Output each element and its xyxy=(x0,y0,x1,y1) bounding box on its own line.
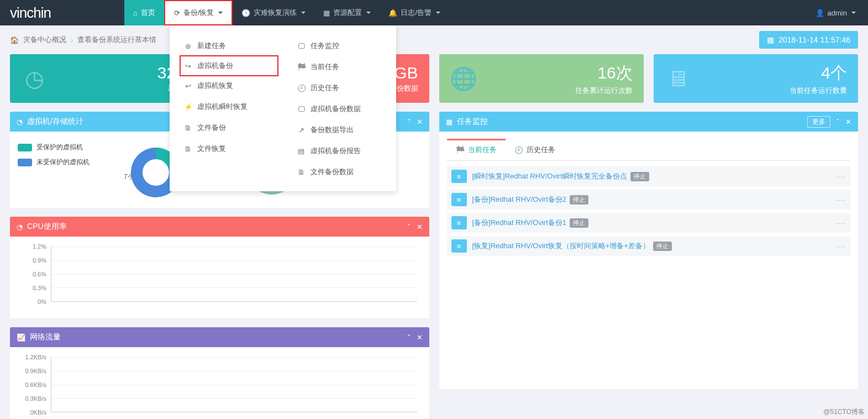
task-progress: ---- xyxy=(835,196,846,203)
dd-item-icon: ↗ xyxy=(297,126,305,134)
y-tick: 0KB/s xyxy=(30,409,46,416)
task-progress: ---- xyxy=(835,173,846,180)
card-running-tasks[interactable]: 🖥 4个 当前任务运行数量 xyxy=(654,54,858,103)
dropdown-item[interactable]: 🖵任务监控 xyxy=(283,35,396,56)
y-tick: 0.6% xyxy=(33,271,46,277)
dropdown-item[interactable]: 🕘历史任务 xyxy=(283,77,396,98)
y-tick: 0.3% xyxy=(33,285,46,291)
close-icon[interactable]: ✕ xyxy=(417,223,423,231)
collapse-icon[interactable]: ˅ xyxy=(407,333,411,342)
panel-title: CPU使用率 xyxy=(27,222,67,232)
nav-items: ⌂ 首页 ⟳ 备份/恢复 🕓 灾难恢复演练 ▦ 资源配置 🔔 日志/告警 xyxy=(124,0,449,25)
dd-item-label: 历史任务 xyxy=(311,83,339,93)
dropdown-item[interactable]: 🗎文件恢复 xyxy=(170,138,283,159)
tab-current[interactable]: 🏁 当前任务 xyxy=(447,139,506,160)
nav-resource[interactable]: ▦ 资源配置 xyxy=(314,0,380,25)
stat-cards: ◷ 321.9/ 系统累计运 🗄 0GB 份数据 🌐 16次 任务累计运行次数 … xyxy=(10,54,858,103)
nav-home[interactable]: ⌂ 首页 xyxy=(124,0,164,25)
close-icon[interactable]: ✕ xyxy=(417,118,423,126)
nav-log-label: 日志/告警 xyxy=(401,8,432,18)
chart-icon: 📈 xyxy=(17,333,25,342)
task-row[interactable]: ≡[瞬时恢复]Redhat RHV/Ovirt瞬时恢复完全备份点停止---- xyxy=(447,166,851,186)
svg-point-1 xyxy=(143,159,169,186)
crumb-sep: › xyxy=(71,36,73,44)
task-row[interactable]: ≡[备份]Redhat RHV/Ovirt备份1停止---- xyxy=(447,213,851,233)
task-progress: ---- xyxy=(835,219,846,226)
more-button[interactable]: 更多 xyxy=(807,116,830,128)
chevron-down-icon xyxy=(218,12,223,14)
nav-dr-label: 灾难恢复演练 xyxy=(254,8,297,18)
tab-label: 历史任务 xyxy=(527,145,555,155)
dashboard-icon: 🏁 xyxy=(456,146,465,154)
dropdown-item[interactable]: ↪虚拟机备份 xyxy=(180,55,278,76)
task-name[interactable]: [瞬时恢复]Redhat RHV/Ovirt瞬时恢复完全备份点 xyxy=(472,171,627,181)
dd-item-icon: 🕘 xyxy=(297,84,305,92)
dd-item-label: 虚拟机瞬时恢复 xyxy=(197,102,248,112)
collapse-icon[interactable]: ˅ xyxy=(407,223,411,231)
card-label: 任务累计运行次数 xyxy=(488,86,633,96)
user-menu[interactable]: 👤 admin xyxy=(803,9,868,17)
task-name[interactable]: [备份]Redhat RHV/Ovirt备份2 xyxy=(472,195,567,205)
dd-item-label: 虚拟机备份数据 xyxy=(311,104,361,114)
brand-logo: vinchin xyxy=(0,4,124,22)
legend-swatch xyxy=(18,144,32,151)
collapse-icon[interactable]: ˅ xyxy=(836,118,840,126)
task-name[interactable]: [恢复]Redhat RHV/Ovirt恢复（按时间策略+增备+差备） xyxy=(472,241,650,251)
tab-label: 当前任务 xyxy=(468,145,497,155)
time-text: 2018-11-14 11:57:46 xyxy=(778,35,850,44)
task-status: 停止 xyxy=(570,218,588,228)
user-icon: 👤 xyxy=(816,9,824,17)
pie-icon: ◔ xyxy=(17,118,23,126)
chevron-down-icon xyxy=(851,12,856,14)
dd-item-icon: 🏁 xyxy=(297,63,305,71)
collapse-icon[interactable]: ˅ xyxy=(407,118,411,126)
panel-header: 📈 网络流量 ˅ ✕ xyxy=(10,327,429,347)
breadcrumb-row: 🏠 灾备中心概况 › 查看备份系统运行基本情 ▦ 2018-11-14 11:5… xyxy=(0,25,868,54)
dd-item-label: 备份数据导出 xyxy=(311,125,354,135)
dd-item-icon: ⊕ xyxy=(184,42,192,50)
dd-item-label: 新建任务 xyxy=(197,41,226,51)
card-task-count[interactable]: 🌐 16次 任务累计运行次数 xyxy=(439,54,644,103)
cpu-chart: 1.2%0.9%0.6%0.3%0% xyxy=(18,244,422,311)
task-name[interactable]: [备份]Redhat RHV/Ovirt备份1 xyxy=(472,218,567,228)
dropdown-item[interactable]: 🖵虚拟机备份数据 xyxy=(283,98,396,119)
home-icon: 🏠 xyxy=(10,36,19,44)
dropdown-item[interactable]: ↩虚拟机恢复 xyxy=(170,75,283,96)
crumb-a[interactable]: 灾备中心概况 xyxy=(23,35,66,45)
dd-item-icon: 🗎 xyxy=(297,168,305,176)
dropdown-item[interactable]: 🗎文件备份 xyxy=(170,117,283,138)
panel-task-monitor: ▦ 任务监控 更多 ˅ ✕ 🏁 当前任务 xyxy=(439,112,859,389)
dd-item-icon: ▤ xyxy=(297,147,305,155)
task-row[interactable]: ≡[备份]Redhat RHV/Ovirt备份2停止---- xyxy=(447,190,851,210)
nav-dr[interactable]: 🕓 灾难恢复演练 xyxy=(233,0,314,25)
backup-dropdown: ⊕新建任务↪虚拟机备份↩虚拟机恢复⚡虚拟机瞬时恢复🗎文件备份🗎文件恢复🖵任务监控… xyxy=(170,25,396,191)
server-icon: 🖥 xyxy=(654,66,702,91)
dd-item-label: 虚拟机备份报告 xyxy=(311,146,361,156)
dropdown-item[interactable]: ⚡虚拟机瞬时恢复 xyxy=(170,96,283,117)
dd-item-icon: 🗎 xyxy=(184,145,192,153)
y-tick: 0% xyxy=(38,298,46,305)
dropdown-item[interactable]: ⊕新建任务 xyxy=(170,35,283,56)
task-status: 停止 xyxy=(630,172,649,181)
nav-backup[interactable]: ⟳ 备份/恢复 xyxy=(164,0,233,25)
dropdown-item[interactable]: 🏁当前任务 xyxy=(283,56,396,77)
legend-unprotected: 未受保护的虚拟机 xyxy=(36,158,90,167)
y-tick: 0.6KB/s xyxy=(25,381,46,388)
breadcrumb: 🏠 灾备中心概况 › 查看备份系统运行基本情 xyxy=(10,35,156,45)
dropdown-item[interactable]: 🗎文件备份数据 xyxy=(283,161,396,182)
nav-log[interactable]: 🔔 日志/告警 xyxy=(380,0,449,25)
dd-item-label: 任务监控 xyxy=(311,41,339,51)
tab-history[interactable]: 🕘 历史任务 xyxy=(506,139,564,160)
y-tick: 0.9% xyxy=(33,257,46,264)
close-icon[interactable]: ✕ xyxy=(417,333,423,342)
dropdown-item[interactable]: ▤虚拟机备份报告 xyxy=(283,140,396,161)
close-icon[interactable]: ✕ xyxy=(845,118,851,126)
task-row[interactable]: ≡[恢复]Redhat RHV/Ovirt恢复（按时间策略+增备+差备）停止--… xyxy=(447,236,851,256)
clock-icon: 🕓 xyxy=(241,9,250,17)
crumb-b: 查看备份系统运行基本情 xyxy=(77,35,156,45)
legend-swatch xyxy=(18,159,32,166)
chevron-down-icon xyxy=(301,12,306,14)
task-icon: ≡ xyxy=(451,193,467,206)
home-icon: ⌂ xyxy=(133,9,138,17)
dropdown-item[interactable]: ↗备份数据导出 xyxy=(283,119,396,140)
